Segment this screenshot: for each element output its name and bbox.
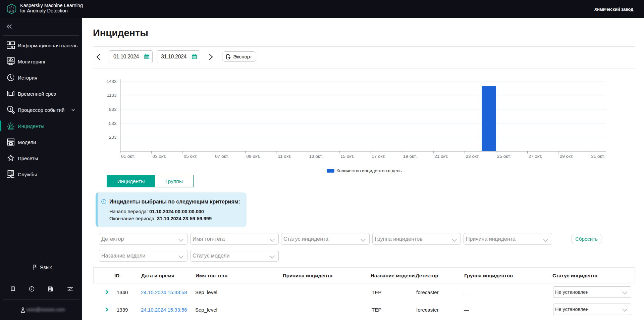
svg-text:07 окт.: 07 окт. — [215, 154, 229, 159]
svg-text:01 окт.: 01 окт. — [121, 154, 135, 159]
svg-text:1433: 1433 — [106, 79, 116, 84]
svg-text:09 окт.: 09 окт. — [247, 154, 260, 159]
svg-text:19 окт.: 19 окт. — [403, 154, 417, 159]
svg-text:1133: 1133 — [107, 93, 116, 98]
svg-text:25 окт.: 25 окт. — [497, 154, 511, 159]
svg-text:MLAD: MLAD — [9, 10, 14, 12]
svg-text:11 окт.: 11 окт. — [278, 154, 291, 159]
svg-text:31 окт.: 31 окт. — [591, 154, 605, 159]
svg-text:05 окт.: 05 окт. — [184, 154, 198, 159]
svg-text:21 окт.: 21 окт. — [434, 154, 448, 159]
svg-text:17 окт.: 17 окт. — [372, 154, 385, 159]
svg-text:833: 833 — [109, 107, 117, 112]
svg-text:03 окт.: 03 окт. — [152, 154, 166, 159]
svg-text:533: 533 — [109, 121, 117, 126]
svg-text:15 окт.: 15 окт. — [340, 154, 354, 159]
svg-text:27 окт.: 27 окт. — [528, 154, 542, 159]
svg-text:233: 233 — [109, 135, 117, 140]
svg-text:13 окт.: 13 окт. — [309, 154, 323, 159]
svg-text:23 окт.: 23 окт. — [466, 154, 480, 159]
svg-text:29 окт.: 29 окт. — [560, 154, 574, 159]
